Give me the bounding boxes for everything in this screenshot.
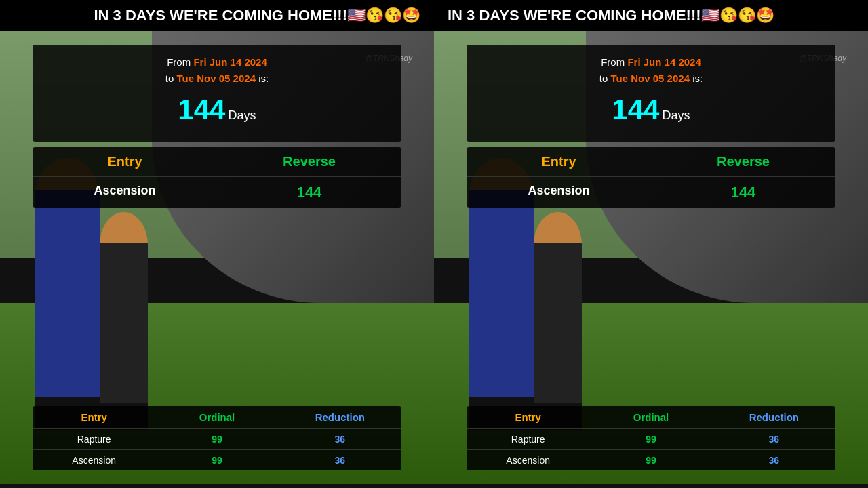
left-days-label: Days [229,108,256,122]
left-gem-r1c2: 36 [279,450,401,470]
right-gem-r0c1: 99 [589,429,712,449]
left-gem-r1c1: 99 [155,450,278,470]
right-er-row0-col0: Ascension [467,177,651,208]
left-er-row0-col1: 144 [217,177,401,208]
right-gem-r0c0: Rapture [467,429,589,449]
left-date1: Fri Jun 14 2024 [193,56,267,68]
left-date2: Tue Nov 05 2024 [177,73,256,84]
banner-left: IN 3 DAYS WE'RE COMING HOME!!!🇺🇸😘😘🤩 [94,7,420,24]
right-entry-header: Entry [467,147,651,176]
left-er-row0-col0: Ascension [33,177,217,208]
left-gem-h0: Entry [33,406,155,428]
left-gem-r0c1: 99 [155,429,278,449]
left-panel: @TRKShady From Fri Jun 14 2024 to Tue No… [0,31,434,484]
right-date2: Tue Nov 05 2024 [611,73,690,84]
left-gem-r0c2: 36 [279,429,401,449]
right-er-row0-col1: 144 [651,177,835,208]
left-gem-h1: Ordinal [155,406,278,428]
left-gematria-box: Entry Ordinal Reduction Rapture 99 36 As… [33,406,401,470]
right-reverse-header: Reverse [651,147,835,176]
right-gem-r1c1: 99 [589,450,712,470]
banner-right: IN 3 DAYS WE'RE COMING HOME!!!🇺🇸😘😘🤩 [448,7,774,24]
right-gem-h2: Reduction [713,406,835,428]
right-gem-r0c2: 36 [713,429,835,449]
left-days-num: 144 [178,94,225,125]
right-days-label: Days [663,108,690,122]
left-date-box: From Fri Jun 14 2024 to Tue Nov 05 2024 … [33,45,401,142]
right-panel: @TRKShady From Fri Jun 14 2024 to Tue No… [434,31,868,484]
right-gem-h1: Ordinal [589,406,712,428]
right-gematria-box: Entry Ordinal Reduction Rapture 99 36 As… [467,406,835,470]
right-date1: Fri Jun 14 2024 [627,56,701,68]
right-gem-r1c0: Ascension [467,450,589,470]
right-date-box: From Fri Jun 14 2024 to Tue Nov 05 2024 … [467,45,835,142]
left-gem-r0c0: Rapture [33,429,155,449]
right-entry-reverse-box: Entry Reverse Ascension 144 [467,147,835,208]
right-gem-h0: Entry [467,406,589,428]
left-entry-reverse-box: Entry Reverse Ascension 144 [33,147,401,208]
right-days-num: 144 [612,94,659,125]
left-reverse-header: Reverse [217,147,401,176]
left-gem-r1c0: Ascension [33,450,155,470]
top-banner: IN 3 DAYS WE'RE COMING HOME!!!🇺🇸😘😘🤩 IN 3… [0,0,868,31]
left-gem-h2: Reduction [279,406,401,428]
right-gem-r1c2: 36 [713,450,835,470]
left-entry-header: Entry [33,147,217,176]
